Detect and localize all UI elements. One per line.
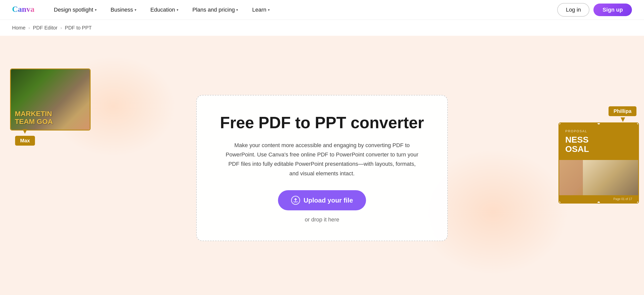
deco-right-card-wrapper: Phillipa PROPOSAL NESS OSAL Page 01 of: [558, 106, 639, 204]
nav-business-label: Business: [111, 7, 133, 13]
breadcrumb-current: PDF to PPT: [65, 25, 92, 31]
max-badge: Max: [15, 136, 35, 146]
deco-right-content: PROPOSAL NESS OSAL: [559, 123, 638, 160]
nav-plans-pricing[interactable]: Plans and pricing ▾: [185, 0, 245, 20]
deco-left-card-wrapper: MARKETIN TEAM GOA Max: [10, 69, 91, 146]
nav-design-spotlight[interactable]: Design spotlight ▾: [47, 0, 104, 20]
business-chevron-icon: ▾: [135, 8, 136, 12]
nav-education-label: Education: [150, 7, 175, 13]
education-chevron-icon: ▾: [177, 8, 178, 12]
deco-right-handle-br: [636, 201, 639, 204]
converter-description: Make your content more accessible and en…: [224, 141, 420, 178]
breadcrumb-sep-2: ›: [61, 26, 62, 30]
breadcrumb-sep-1: ›: [28, 26, 30, 30]
phillipa-badge: Phillipa: [609, 106, 636, 116]
hero-section: MARKETIN TEAM GOA Max Free PDF to PPT co…: [0, 36, 644, 295]
signup-button[interactable]: Sign up: [593, 4, 632, 16]
navbar: Canva Design spotlight ▾ Business ▾ Educ…: [0, 0, 644, 20]
login-button[interactable]: Log in: [557, 3, 589, 17]
deco-left-image: MARKETIN TEAM GOA: [11, 69, 90, 130]
breadcrumb-home[interactable]: Home: [12, 25, 25, 31]
phillipa-arrow-icon: [621, 117, 625, 122]
nav-learn[interactable]: Learn ▾: [245, 0, 276, 20]
deco-right-label: PROPOSAL: [565, 129, 632, 133]
deco-right-title: NESS OSAL: [565, 135, 632, 154]
cursor-arrow-icon: [23, 129, 27, 134]
nav-business[interactable]: Business ▾: [104, 0, 143, 20]
upload-icon: [291, 196, 300, 205]
canva-logo[interactable]: Canva: [12, 5, 35, 15]
nav-plans-pricing-label: Plans and pricing: [192, 7, 235, 13]
upload-button-label: Upload your file: [304, 196, 353, 204]
breadcrumb: Home › PDF Editor › PDF to PPT: [0, 20, 644, 36]
deco-left-card-text: MARKETIN TEAM GOA: [15, 110, 53, 126]
nav-design-spotlight-label: Design spotlight: [54, 7, 93, 13]
deco-left-card: MARKETIN TEAM GOA: [10, 69, 91, 130]
learn-chevron-icon: ▾: [268, 8, 270, 12]
deco-right-image-strip: [559, 160, 638, 195]
design-spotlight-chevron-icon: ▾: [95, 8, 97, 12]
nav-links: Design spotlight ▾ Business ▾ Education …: [47, 0, 557, 20]
deco-right-card: PROPOSAL NESS OSAL Page 01 of 17: [558, 122, 639, 204]
nav-learn-label: Learn: [252, 7, 266, 13]
plans-pricing-chevron-icon: ▾: [236, 8, 238, 12]
converter-card: Free PDF to PPT converter Make your cont…: [196, 95, 448, 241]
deco-right-handle-bm: [597, 201, 600, 204]
deco-right-image-inner: [583, 160, 638, 195]
nav-education[interactable]: Education ▾: [143, 0, 185, 20]
breadcrumb-pdf-editor[interactable]: PDF Editor: [33, 25, 58, 31]
nav-actions: Log in Sign up: [557, 3, 632, 17]
upload-button[interactable]: Upload your file: [278, 190, 366, 210]
svg-text:Canva: Canva: [12, 5, 34, 14]
converter-title: Free PDF to PPT converter: [217, 113, 427, 133]
drop-text: or drop it here: [217, 216, 427, 223]
